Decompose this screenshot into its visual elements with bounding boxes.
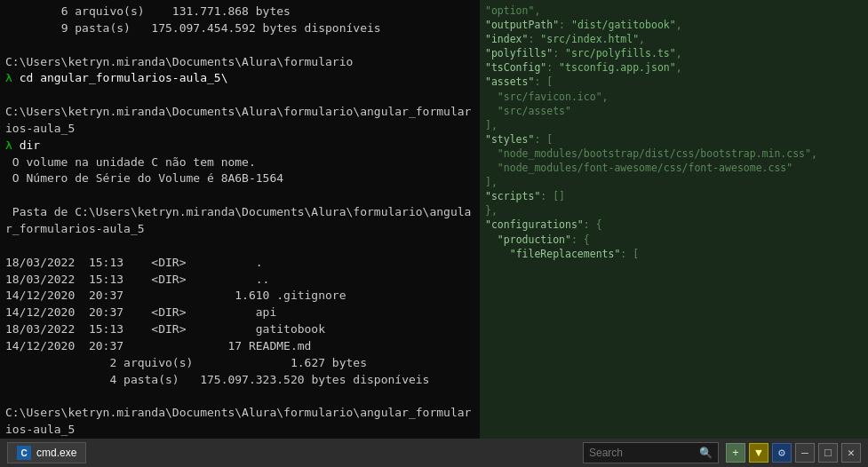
side-content: "option", "outputPath": "dist/gatitobook… — [485, 4, 863, 261]
app-label: cmd.exe — [36, 447, 76, 459]
terminal-content: 6 arquivo(s) 131.771.868 bytes 9 pasta(s… — [5, 4, 474, 439]
new-tab-button[interactable]: + — [726, 443, 745, 463]
cmd-app-icon: C — [17, 446, 31, 460]
settings-button[interactable]: ⚙ — [772, 443, 792, 463]
taskbar-icons: + ▼ ⚙ — □ ✕ — [726, 443, 861, 463]
taskbar-app-item[interactable]: C cmd.exe — [7, 442, 86, 463]
terminal-area: 6 arquivo(s) 131.771.868 bytes 9 pasta(s… — [0, 0, 868, 439]
dropdown-button[interactable]: ▼ — [749, 443, 768, 463]
terminal-main: 6 arquivo(s) 131.771.868 bytes 9 pasta(s… — [0, 0, 480, 439]
search-icon[interactable]: 🔍 — [699, 447, 713, 460]
search-box[interactable]: 🔍 — [583, 442, 719, 463]
taskbar: C cmd.exe 🔍 + ▼ ⚙ — □ ✕ — [0, 439, 868, 467]
search-input[interactable] — [589, 447, 696, 459]
close-button[interactable]: ✕ — [841, 443, 861, 463]
terminal-side: "option", "outputPath": "dist/gatitobook… — [480, 0, 868, 439]
maximize-button[interactable]: □ — [818, 443, 838, 463]
minimize-button[interactable]: — — [795, 443, 815, 463]
